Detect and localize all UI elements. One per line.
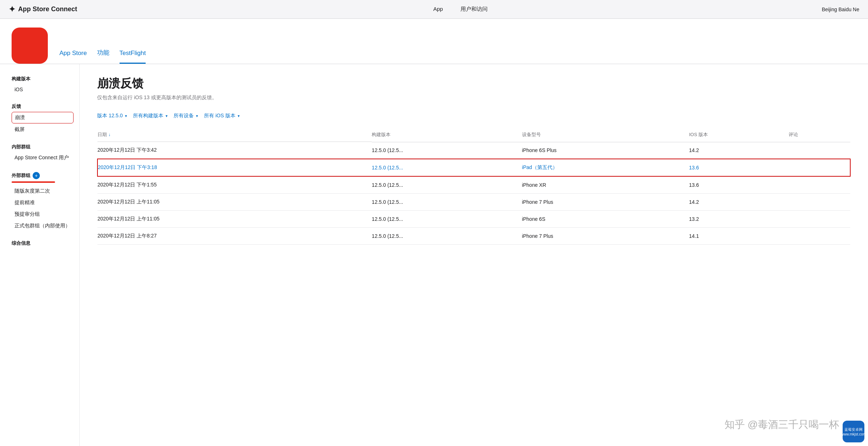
filter-ios-chevron: ▾ [238,114,240,118]
sidebar-item-appstoreconnect[interactable]: App Store Connect 用户 [12,152,74,163]
page-title: 崩溃反馈 [97,76,851,92]
sidebar-item-crashes[interactable]: 崩溃 [12,112,74,123]
app-header: App Store 功能 TestFlight [0,19,868,64]
cell-comment [789,159,850,176]
filter-version[interactable]: 版本 12.5.0 ▾ [97,113,127,119]
cell-comment [789,228,850,245]
filter-version-label: 版本 12.5.0 [97,113,123,119]
cell-ios: 13.6 [689,176,789,194]
filter-version-chevron: ▾ [125,114,127,118]
sidebar-item-gray1[interactable]: 随版灰度第二次 [12,186,74,197]
sidebar-section-external-header: 外部群组 + [12,172,74,179]
cell-date: 2020年12月12日 下午3:18 [97,159,372,176]
table-row[interactable]: 2020年12月12日 下午1:55 12.5.0 (12.5... iPhon… [97,176,850,194]
top-nav: ✦ App Store Connect App 用户和访问 Beijing Ba… [0,0,868,19]
col-date-label: 日期 [97,131,107,138]
cell-build: 12.5.0 (12.5... [372,228,522,245]
main-layout: 构建版本 iOS 反馈 崩溃 截屏 内部群组 App Store Connect… [0,64,868,446]
cell-comment [789,211,850,228]
table-row-highlighted[interactable]: 2020年12月12日 下午3:18 12.5.0 (12.5... iPad（… [97,159,850,176]
external-group-bar [12,181,55,183]
logo-text: App Store Connect [18,5,77,13]
table-row[interactable]: 2020年12月12日 下午3:42 12.5.0 (12.5... iPhon… [97,142,850,159]
cell-comment [789,142,850,159]
cell-ios: 14.2 [689,142,789,159]
filter-build-label: 所有构建版本 [133,113,163,119]
cell-ios: 14.1 [689,228,789,245]
crash-table: 日期 ↓ 构建版本 设备型号 IOS 版本 评论 [97,128,851,245]
nav-link-app[interactable]: App [433,6,443,13]
cell-device: iPad（第五代） [522,159,689,176]
sidebar-section-external-label: 外部群组 [12,172,30,179]
col-date-sort: ↓ [108,132,110,137]
top-nav-links: App 用户和访问 [99,6,822,13]
tab-appstore[interactable]: App Store [59,50,87,64]
sidebar-section-internal: 内部群组 [12,144,74,150]
tab-testflight[interactable]: TestFlight [120,50,146,64]
table-row[interactable]: 2020年12月12日 上午8:27 12.5.0 (12.5... iPhon… [97,228,850,245]
cell-comment [789,176,850,194]
cell-device: iPhone 7 Plus [522,228,689,245]
cell-build: 12.5.0 (12.5... [372,194,522,211]
col-build: 构建版本 [372,128,522,142]
cell-date: 2020年12月12日 上午11:05 [97,211,372,228]
cell-build: 12.5.0 (12.5... [372,159,522,176]
app-icon [12,28,48,64]
cell-build: 12.5.0 (12.5... [372,211,522,228]
sidebar-item-ios[interactable]: iOS [12,84,74,94]
filter-ios-label: 所有 iOS 版本 [204,113,235,119]
col-ios-label: IOS 版本 [689,132,708,137]
cell-ios: 13.2 [689,211,789,228]
page-subtitle: 仅包含来自运行 iOS 13 或更高版本的测试员的反馈。 [97,94,851,101]
table-row[interactable]: 2020年12月12日 上午11:05 12.5.0 (12.5... iPho… [97,194,850,211]
sidebar-item-official[interactable]: 正式包群组（内部使用） [12,220,74,231]
cell-ios: 13.6 [689,159,789,176]
col-ios: IOS 版本 [689,128,789,142]
cell-date: 2020年12月12日 上午11:05 [97,194,372,211]
main-content: 崩溃反馈 仅包含来自运行 iOS 13 或更高版本的测试员的反馈。 版本 12.… [80,64,868,446]
apple-icon: ✦ [9,5,15,14]
filter-device-label: 所有设备 [174,113,194,119]
cell-date: 2020年12月12日 下午3:42 [97,142,372,159]
app-tabs: App Store 功能 TestFlight [59,28,146,64]
sidebar-section-feedback: 反馈 [12,103,74,110]
cell-device: iPhone 6S [522,211,689,228]
filters: 版本 12.5.0 ▾ 所有构建版本 ▾ 所有设备 ▾ 所有 iOS 版本 ▾ [97,113,851,119]
filter-device-chevron: ▾ [196,114,198,118]
top-nav-user: Beijing Baidu Ne [822,7,859,12]
cell-date: 2020年12月12日 上午8:27 [97,228,372,245]
sidebar-item-screenshots[interactable]: 截屏 [12,124,74,135]
sidebar-item-precise[interactable]: 提前精准 [12,197,74,208]
sidebar: 构建版本 iOS 反馈 崩溃 截屏 内部群组 App Store Connect… [0,64,80,446]
cell-build: 12.5.0 (12.5... [372,176,522,194]
logo[interactable]: ✦ App Store Connect [9,5,77,14]
sidebar-item-presubmit[interactable]: 预提审分组 [12,209,74,220]
filter-ios[interactable]: 所有 iOS 版本 ▾ [204,113,240,119]
cell-device: iPhone XR [522,176,689,194]
cell-comment [789,194,850,211]
nav-link-users[interactable]: 用户和访问 [460,6,488,13]
cell-device: iPhone 7 Plus [522,194,689,211]
filter-build-chevron: ▾ [166,114,168,118]
cell-device: iPhone 6S Plus [522,142,689,159]
tab-features[interactable]: 功能 [97,49,109,64]
filter-build[interactable]: 所有构建版本 ▾ [133,113,168,119]
col-date[interactable]: 日期 ↓ [97,128,372,142]
filter-device[interactable]: 所有设备 ▾ [174,113,198,119]
cell-date: 2020年12月12日 下午1:55 [97,176,372,194]
cell-ios: 14.2 [689,194,789,211]
col-comment: 评论 [789,128,850,142]
col-comment-label: 评论 [789,132,798,137]
col-device: 设备型号 [522,128,689,142]
add-external-group-button[interactable]: + [33,172,40,179]
col-device-label: 设备型号 [522,132,541,137]
cell-build: 12.5.0 (12.5... [372,142,522,159]
sidebar-section-summary: 综合信息 [12,240,74,247]
table-row[interactable]: 2020年12月12日 上午11:05 12.5.0 (12.5... iPho… [97,211,850,228]
col-build-label: 构建版本 [372,132,391,137]
sidebar-section-builds: 构建版本 [12,76,74,82]
